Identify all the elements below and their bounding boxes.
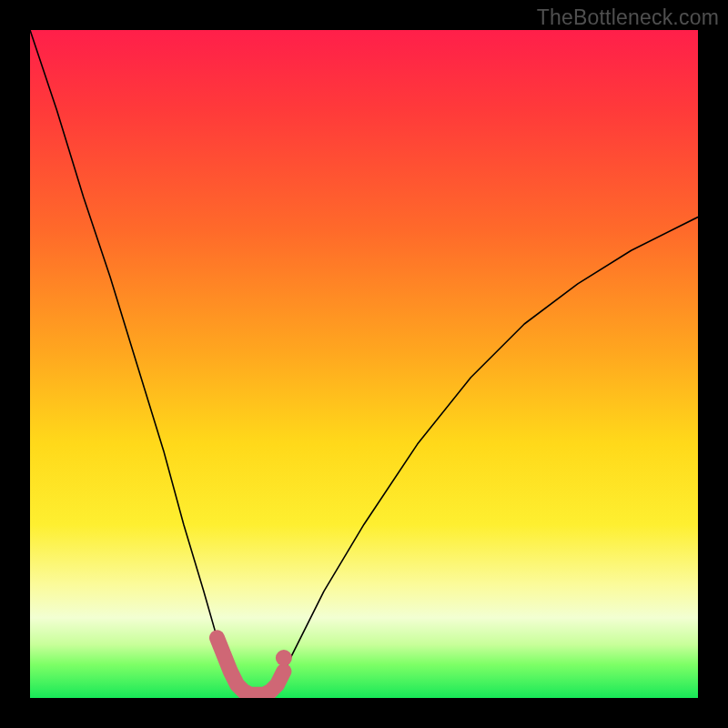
watermark-label: TheBottleneck.com [537, 5, 719, 30]
optimal-range-highlight [217, 638, 284, 694]
chart-frame: TheBottleneck.com [0, 0, 728, 728]
highlight-point-icon [276, 650, 292, 666]
bottleneck-curve-layer [30, 30, 698, 698]
bottleneck-curve [30, 30, 698, 694]
plot-area [30, 30, 698, 698]
